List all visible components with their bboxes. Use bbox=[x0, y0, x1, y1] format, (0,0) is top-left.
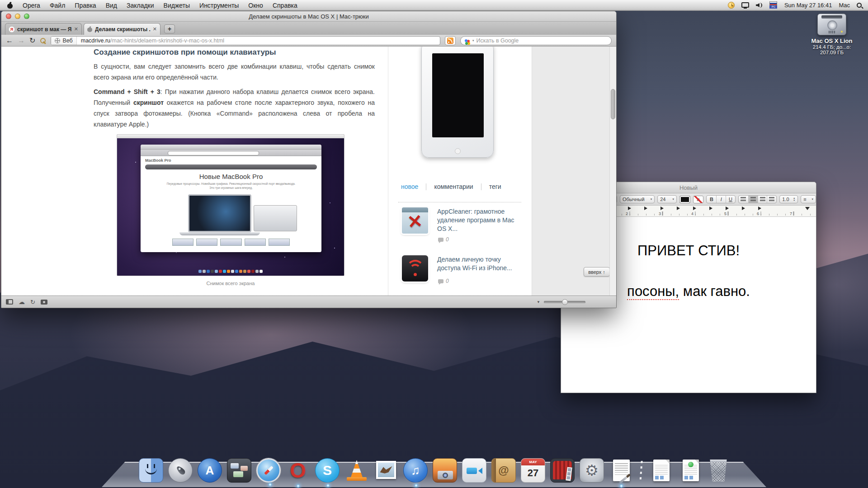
opera-icon[interactable]: O bbox=[286, 458, 310, 483]
facetime-icon[interactable] bbox=[462, 458, 486, 483]
menu-opera[interactable]: Opera bbox=[23, 2, 40, 9]
desktop-disk-icon[interactable]: Mac OS X Lion 214.4 ГБ; до...о: 207.09 Г… bbox=[810, 14, 854, 55]
scrollbar-thumb[interactable] bbox=[611, 89, 615, 119]
menu-help[interactable]: Справка bbox=[273, 2, 297, 9]
iphoto-icon[interactable] bbox=[433, 458, 457, 483]
zoom-slider[interactable] bbox=[544, 301, 585, 303]
italic-button[interactable]: I bbox=[716, 196, 726, 203]
appcleaner-thumbnail[interactable]: ✕ bbox=[402, 207, 428, 234]
rss-button[interactable] bbox=[445, 36, 456, 45]
align-right-button[interactable] bbox=[758, 196, 767, 203]
menu-file[interactable]: Файл bbox=[50, 2, 65, 9]
photo-booth-icon[interactable] bbox=[550, 458, 575, 483]
menu-tools[interactable]: Инструменты bbox=[199, 2, 239, 9]
document-green-icon[interactable] bbox=[678, 458, 703, 483]
scroll-to-top-button[interactable]: вверх ↑ bbox=[584, 267, 610, 277]
address-mode-dropdown[interactable]: Веб bbox=[51, 37, 76, 45]
new-tab-button[interactable]: + bbox=[164, 24, 175, 33]
menu-view[interactable]: Вид bbox=[106, 2, 117, 9]
align-justify-button[interactable] bbox=[767, 196, 776, 203]
skype-icon[interactable]: S bbox=[315, 458, 340, 483]
menu-clock[interactable]: Sun May 27 16:41 bbox=[784, 2, 832, 9]
tab-close-icon[interactable]: ✕ bbox=[153, 26, 157, 32]
mail-icon[interactable] bbox=[374, 458, 398, 483]
menu-window[interactable]: Окно bbox=[248, 2, 263, 9]
address-book-icon[interactable]: @ bbox=[491, 458, 516, 483]
clock-menu-icon[interactable] bbox=[728, 2, 735, 9]
panels-toggle-icon[interactable] bbox=[6, 299, 13, 305]
launchpad-icon[interactable] bbox=[168, 458, 193, 483]
search-input[interactable] bbox=[476, 38, 607, 44]
align-center-button[interactable] bbox=[748, 196, 758, 203]
page-right-gutter bbox=[532, 47, 610, 296]
search-field[interactable]: ▾ bbox=[460, 36, 612, 45]
safari-icon[interactable] bbox=[256, 458, 281, 483]
capture-icon[interactable] bbox=[41, 300, 47, 305]
hard-drive-icon[interactable] bbox=[817, 14, 846, 35]
opera-window-controls[interactable] bbox=[6, 14, 29, 19]
bold-button[interactable]: B bbox=[707, 196, 716, 203]
list-style-dropdown[interactable]: ≡▾ bbox=[801, 195, 816, 203]
ical-icon[interactable]: MAY27 bbox=[521, 458, 545, 483]
sidebar-item-link[interactable]: AppCleaner: грамотное удаление программ … bbox=[437, 207, 521, 233]
forward-button[interactable]: → bbox=[18, 37, 25, 44]
system-preferences-icon[interactable]: ⚙ bbox=[580, 458, 604, 483]
text-color-well[interactable] bbox=[679, 196, 690, 203]
inline-link[interactable]: скриншот bbox=[133, 99, 164, 106]
apple-favicon bbox=[87, 26, 93, 32]
sidebar-tab-comments[interactable]: комментарии bbox=[434, 183, 473, 190]
keyboard-layout-icon[interactable]: РС bbox=[769, 1, 778, 9]
address-bar[interactable]: Веб macdrive.ru /mac-hints/delaem-skrins… bbox=[51, 36, 440, 45]
itunes-icon[interactable]: ♫ bbox=[403, 458, 428, 483]
sidebar-tab-tags[interactable]: теги bbox=[489, 183, 501, 190]
tab-yandex-search[interactable]: Я скриншот в мак — Я... ✕ bbox=[5, 23, 82, 35]
scrollbar-track[interactable] bbox=[609, 47, 616, 296]
apple-menu-icon[interactable] bbox=[7, 2, 13, 9]
comment-count: 0 bbox=[438, 278, 449, 284]
sync-icon[interactable]: ↻ bbox=[30, 299, 35, 305]
disk-name: Mac OS X Lion bbox=[810, 38, 854, 44]
user-menu[interactable]: Mac bbox=[839, 2, 850, 9]
opera-window[interactable]: Делаем скриншоты в Mac OS X | Мас-трюки … bbox=[1, 11, 617, 308]
rss-icon bbox=[447, 38, 453, 44]
screenshot-dock bbox=[117, 270, 344, 274]
tab-close-icon[interactable]: ✕ bbox=[74, 26, 78, 32]
reload-button[interactable]: ↻ bbox=[29, 37, 35, 44]
menu-widgets[interactable]: Виджеты bbox=[164, 2, 190, 9]
tab-active-article[interactable]: Делаем скриншоты ... ✕ bbox=[84, 23, 160, 35]
displays-menu-icon[interactable] bbox=[741, 2, 749, 8]
close-button[interactable] bbox=[6, 14, 11, 19]
menu-bookmarks[interactable]: Закладки bbox=[127, 2, 154, 9]
align-left-button[interactable] bbox=[739, 196, 748, 203]
opera-link-cloud-icon[interactable]: ☁ bbox=[19, 299, 25, 305]
document-icon[interactable] bbox=[649, 458, 673, 483]
line-spacing-control[interactable]: 1.0▲▼ bbox=[779, 195, 798, 203]
zoom-button[interactable] bbox=[24, 14, 29, 19]
textedit-icon[interactable] bbox=[609, 458, 633, 483]
background-color-well[interactable]: a bbox=[693, 196, 704, 203]
finder-icon[interactable] bbox=[139, 458, 163, 483]
zoom-dropdown-icon[interactable]: ▼ bbox=[537, 300, 540, 304]
menu-edit[interactable]: Правка bbox=[75, 2, 96, 9]
font-size-dropdown[interactable]: 24▾ bbox=[657, 195, 677, 203]
underline-button[interactable]: U bbox=[726, 196, 735, 203]
sidebar-item-link[interactable]: Делаем личную точку доступа Wi-Fi из iPh… bbox=[437, 255, 521, 272]
search-engine-dropdown[interactable]: ▾ bbox=[472, 39, 474, 42]
mission-control-icon[interactable] bbox=[227, 458, 251, 483]
app-store-icon[interactable]: A bbox=[198, 458, 222, 483]
wifi-thumbnail[interactable] bbox=[402, 255, 428, 282]
minimize-button[interactable] bbox=[15, 14, 20, 19]
wand-password-icon[interactable] bbox=[40, 38, 46, 44]
vlc-icon[interactable] bbox=[344, 458, 369, 483]
zoom-slider-thumb[interactable] bbox=[562, 299, 568, 305]
sidebar-tab-new[interactable]: новое bbox=[401, 183, 418, 190]
back-button[interactable]: ← bbox=[6, 37, 13, 44]
spotlight-icon[interactable] bbox=[857, 3, 862, 8]
disk-info: 214.4 ГБ; до...о: 207.09 ГБ bbox=[810, 44, 854, 55]
trash-icon[interactable] bbox=[708, 458, 729, 483]
volume-menu-icon[interactable] bbox=[756, 2, 763, 8]
paragraph-style-dropdown[interactable]: Обычный▾ bbox=[620, 195, 655, 203]
article-screenshot-image: MacBook Pro Новые MacBook Pro Передовые … bbox=[117, 134, 344, 276]
opera-titlebar[interactable]: Делаем скриншоты в Mac OS X | Мас-трюки bbox=[1, 11, 616, 22]
opera-status-bar: ☁ ↻ ▼ bbox=[1, 296, 616, 308]
